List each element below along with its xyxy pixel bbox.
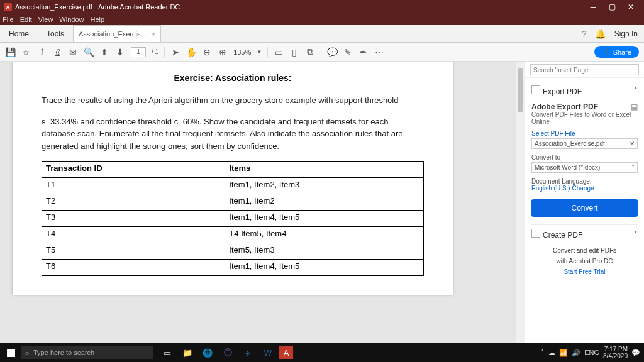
start-trial-link[interactable]: Start Free Trial	[531, 268, 638, 275]
tools-search-wrap	[525, 62, 644, 78]
acrobat-icon[interactable]: A	[279, 346, 293, 359]
right-tools-pane: Export PDF ˄ Adobe Export PDF ⬓ Convert …	[525, 62, 644, 343]
menu-edit[interactable]: Edit	[20, 16, 32, 23]
page-down-icon[interactable]: ⬇	[115, 47, 125, 57]
create-pdf-header[interactable]: Create PDF ˅	[531, 224, 638, 243]
document-viewer[interactable]: Exercise: Association rules: Trace the r…	[0, 62, 516, 343]
zoom-in-icon[interactable]: ⊕	[218, 47, 228, 57]
convert-to-select[interactable]: Microsoft Word (*.docx) ˅	[531, 162, 638, 173]
share-button[interactable]: 👤 Share	[594, 46, 639, 58]
page-number-input[interactable]: 1	[131, 47, 146, 57]
cell-items: Item1, Item2	[225, 194, 424, 211]
tab-tools[interactable]: Tools	[38, 25, 73, 42]
teams-icon[interactable]: Ⓣ	[219, 345, 236, 360]
tab-bar: Home Tools Association_Exercis... × ? 🔔 …	[0, 25, 644, 43]
window-controls: ─ ▢ ✕	[584, 3, 640, 11]
zoom-dropdown-icon[interactable]: ▼	[257, 49, 262, 55]
tools-search-input[interactable]	[530, 64, 639, 75]
minimize-button[interactable]: ─	[584, 3, 602, 11]
share-icon: 👤	[602, 48, 611, 56]
convert-to-label: Convert to	[531, 154, 638, 161]
zoom-out-icon[interactable]: ⊖	[202, 47, 212, 57]
cell-id: T6	[42, 260, 225, 276]
promo-line-1: Convert and edit PDFs	[531, 247, 638, 254]
taskbar-search-placeholder: Type here to search	[33, 349, 94, 356]
search-icon: ⌕	[25, 349, 30, 356]
mail-icon[interactable]: ✉	[68, 47, 78, 57]
bell-icon[interactable]: 🔔	[596, 29, 606, 39]
word-icon[interactable]: W	[259, 345, 277, 360]
explorer-icon[interactable]: 📁	[179, 345, 196, 360]
start-button[interactable]	[0, 349, 21, 357]
doclang-row: English (U.S.) Change	[531, 185, 638, 192]
tray-clock[interactable]: 7:17 PM 8/4/2020	[603, 346, 628, 359]
cell-id: T1	[42, 178, 225, 194]
fit-page-icon[interactable]: ▯	[289, 47, 299, 57]
cell-items: Item1, Item4, Item5	[225, 211, 424, 227]
menu-view[interactable]: View	[38, 16, 53, 23]
clear-file-icon[interactable]: ✕	[630, 140, 635, 147]
cell-items: Item1, Item2, Item3	[225, 178, 424, 194]
sign-icon[interactable]: ✒	[358, 47, 369, 57]
task-view-icon[interactable]: ▭	[158, 345, 176, 360]
table-row: T5Item5, Item3	[42, 243, 424, 260]
scroll-thumb[interactable]	[518, 68, 523, 112]
upload-icon[interactable]: ⤴	[36, 47, 47, 57]
hand-icon[interactable]: ✋	[186, 47, 196, 57]
taskbar-search[interactable]: ⌕ Type here to search	[21, 346, 153, 359]
read-mode-icon[interactable]: ⧉	[305, 47, 315, 57]
menu-window[interactable]: Window	[59, 16, 84, 23]
chrome-icon[interactable]: 🌐	[199, 345, 216, 360]
pointer-icon[interactable]: ➤	[170, 47, 180, 57]
tray-wifi-icon[interactable]: 📶	[559, 349, 568, 357]
notifications-icon[interactable]: 💬	[631, 349, 640, 357]
help-icon[interactable]: ?	[579, 29, 589, 39]
save-icon[interactable]: 💾	[5, 47, 15, 57]
chevron-up-icon: ˄	[634, 87, 638, 96]
convert-button[interactable]: Convert	[531, 199, 638, 217]
tab-home[interactable]: Home	[0, 25, 38, 42]
convert-to-value: Microsoft Word (*.docx)	[535, 164, 600, 171]
select-file-label: Select PDF File	[531, 130, 638, 137]
tray-cloud-icon[interactable]: ☁	[548, 349, 555, 357]
table-row: T6Item1, Item4, Item5	[42, 260, 424, 276]
tab-close-icon[interactable]: ×	[152, 30, 155, 38]
app-icon: A	[4, 3, 12, 11]
fit-width-icon[interactable]: ▭	[274, 47, 284, 57]
close-button[interactable]: ✕	[621, 3, 640, 11]
share-label: Share	[613, 48, 631, 56]
menu-help[interactable]: Help	[90, 16, 104, 23]
doc-para-1: Trace the results of using the Apriori a…	[42, 94, 424, 107]
pdf-page: Exercise: Association rules: Trace the r…	[13, 62, 453, 295]
selected-file-box[interactable]: Association_Exercise.pdf ✕	[531, 138, 638, 149]
doclang-label: Document Language:	[531, 178, 638, 185]
cell-items: T4 Item5, Item4	[225, 227, 424, 243]
tray-lang[interactable]: ENG	[584, 349, 599, 356]
vertical-scrollbar[interactable]	[516, 62, 525, 343]
search-icon[interactable]: 🔍	[84, 47, 94, 57]
highlight-icon[interactable]: ✎	[343, 47, 353, 57]
vscode-icon[interactable]: ⟐	[239, 345, 257, 360]
tray-chevron-icon[interactable]: ˄	[541, 349, 545, 357]
menu-file[interactable]: File	[3, 16, 14, 23]
export-pdf-header[interactable]: Export PDF ˄	[531, 82, 638, 100]
main-area: Exercise: Association rules: Trace the r…	[0, 62, 644, 343]
cell-id: T3	[42, 211, 225, 227]
print-icon[interactable]: 🖨	[52, 47, 62, 57]
tray-volume-icon[interactable]: 🔊	[572, 349, 580, 357]
maximize-button[interactable]: ▢	[602, 3, 621, 11]
transactions-table: Transaction ID Items T1Item1, Item2, Ite…	[42, 161, 424, 276]
sign-in-link[interactable]: Sign In	[614, 30, 638, 38]
cell-id: T2	[42, 194, 225, 211]
window-titlebar: A Association_Exercise.pdf - Adobe Acrob…	[0, 0, 644, 14]
zoom-level[interactable]: 135%	[233, 48, 251, 56]
more-icon[interactable]: ⋯	[374, 47, 384, 57]
th-transaction-id: Transaction ID	[42, 162, 225, 178]
page-up-icon[interactable]: ⬆	[99, 47, 109, 57]
comment-icon[interactable]: 💬	[327, 47, 337, 57]
change-language-link[interactable]: Change	[572, 185, 594, 192]
table-row: T2 Item1, Item2	[42, 194, 424, 211]
tab-document[interactable]: Association_Exercis... ×	[73, 25, 161, 42]
star-icon[interactable]: ☆	[21, 47, 31, 57]
windows-taskbar: ⌕ Type here to search ▭ 📁 🌐 Ⓣ ⟐ W A ˄ ☁ …	[0, 343, 644, 362]
